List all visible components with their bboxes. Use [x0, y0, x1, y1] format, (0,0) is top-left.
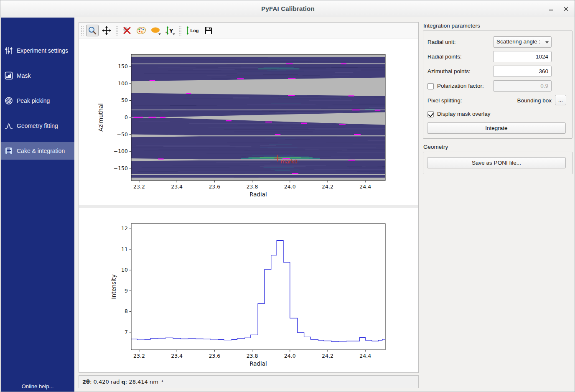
intensity-streak: [264, 156, 309, 156]
integration-plot-figure[interactable]: 23.223.423.623.824.024.224.4789101112Rad…: [79, 208, 418, 372]
clear-marker-button[interactable]: [121, 25, 133, 36]
svg-text:23.4: 23.4: [171, 353, 183, 359]
radial-points-label: Radial points:: [427, 53, 462, 60]
azimuthal-points-label: Azimuthal points:: [427, 68, 471, 74]
sidebar-item-experiment-settings[interactable]: Experiment settings: [1, 42, 74, 59]
cake-plot: 23.223.423.623.824.024.224.4150100500−50…: [79, 39, 418, 205]
intensity-streak: [271, 103, 301, 103]
integrate-button[interactable]: Integrate: [427, 122, 566, 134]
mask-overlay-checkbox[interactable]: [427, 111, 434, 117]
intensity-streak: [260, 157, 301, 158]
intensity-streak: [158, 67, 196, 67]
masked-pixel-dash: [349, 160, 355, 160]
cake-plot-figure[interactable]: 23.223.423.623.824.024.224.4150100500−50…: [79, 39, 418, 205]
svg-text:100: 100: [118, 80, 128, 87]
magnifier-icon: [88, 26, 97, 35]
mask-tool-button[interactable]: [149, 25, 162, 36]
svg-text:23.4: 23.4: [171, 183, 183, 190]
svg-text:150: 150: [118, 63, 128, 69]
azimuthal-points-input[interactable]: [493, 66, 552, 77]
save-snapshot-button[interactable]: [202, 25, 215, 36]
chevron-down-icon: [173, 33, 175, 35]
svg-text:24.4: 24.4: [359, 183, 371, 190]
pixel-splitting-more-button[interactable]: ...: [555, 95, 566, 105]
mask-overlay-label: Display mask overlay: [437, 111, 491, 117]
masked-pixel-dash: [292, 173, 298, 174]
chevron-down-icon: [158, 33, 161, 35]
intensity-streak: [264, 67, 294, 68]
svg-text:23.6: 23.6: [209, 183, 220, 190]
title-bar: PyFAI Calibration: [0, 0, 575, 17]
polarization-input[interactable]: [493, 80, 552, 92]
intensity-streak: [252, 155, 294, 155]
toolbar-grip: [80, 25, 84, 36]
plot-panel: a Y Log 23.223.423.62: [79, 22, 419, 373]
pan-mode-button[interactable]: [100, 25, 113, 36]
svg-text:10: 10: [121, 267, 128, 273]
close-button[interactable]: [559, 0, 573, 17]
svg-text:mark0: mark0: [280, 158, 297, 165]
integration-parameters-title: Integration parameters: [423, 23, 480, 29]
pixel-splitting-label: Pixel splitting:: [427, 97, 462, 104]
masked-pixel-dash: [341, 64, 347, 64]
polarization-label: Polarization factor:: [437, 83, 484, 89]
zoom-mode-button[interactable]: [86, 25, 99, 36]
mask-band: [131, 54, 385, 57]
masked-pixel-dash: [158, 158, 164, 159]
intensity-streak: [264, 167, 294, 168]
online-help-link[interactable]: Online help...: [1, 383, 74, 389]
y-axis-orientation-button[interactable]: a Y: [163, 25, 176, 36]
app-window: PyFAI Calibration Experiment settings Ma: [0, 0, 575, 392]
masked-pixel-dash: [288, 95, 295, 96]
masked-pixel-dash: [339, 124, 346, 125]
radial-points-input[interactable]: [493, 51, 552, 62]
radial-unit-select[interactable]: Scattering angle :: [493, 36, 552, 48]
svg-text:9: 9: [125, 288, 128, 294]
colormap-button[interactable]: [135, 25, 148, 36]
intensity-streak: [258, 69, 299, 69]
sliders-icon: [5, 46, 13, 55]
masked-pixel-dash: [237, 78, 244, 79]
svg-text:Y: Y: [169, 28, 173, 34]
svg-text:Azimuthal: Azimuthal: [97, 103, 104, 132]
intensity-streak: [269, 144, 292, 145]
masked-pixel-dash: [375, 109, 381, 110]
sidebar-item-geometry-fitting[interactable]: Geometry fitting: [1, 117, 74, 135]
minimize-icon: [549, 10, 553, 10]
cake-image: mark0: [131, 54, 418, 181]
svg-text:23.2: 23.2: [133, 183, 145, 190]
svg-text:8: 8: [125, 308, 128, 314]
sidebar-item-peak-picking[interactable]: Peak picking: [1, 92, 74, 109]
polarization-checkbox[interactable]: [427, 83, 434, 89]
plot-splitter-handle[interactable]: [79, 205, 418, 208]
svg-text:0: 0: [125, 114, 128, 120]
integration-curve: [131, 241, 385, 342]
palette-icon: [136, 26, 146, 35]
sidebar-item-label: Experiment settings: [17, 47, 68, 54]
masked-pixel-dash: [286, 64, 293, 64]
save-poni-button[interactable]: Save as PONI file...: [427, 157, 566, 168]
masked-pixel-dash: [226, 120, 232, 121]
masked-pixel-dash: [186, 93, 191, 94]
svg-text:a: a: [165, 31, 167, 33]
svg-text:−100: −100: [114, 148, 128, 154]
close-icon: [564, 7, 568, 11]
masked-pixel-dash: [148, 117, 156, 117]
sidebar-item-mask[interactable]: Mask: [1, 67, 74, 84]
svg-text:24.2: 24.2: [322, 353, 333, 359]
intensity-streak: [271, 169, 300, 169]
minimize-button[interactable]: [544, 0, 558, 17]
svg-text:23.8: 23.8: [247, 353, 258, 359]
sidebar-item-label: Mask: [17, 72, 31, 79]
svg-text:23.6: 23.6: [209, 353, 220, 359]
sidebar-item-cake-integration[interactable]: Cake & integration: [1, 142, 74, 160]
svg-text:−50: −50: [117, 131, 128, 137]
floppy-disk-icon: [204, 26, 213, 35]
status-bar: 2θ: 0.420 rad q: 28.414 nm⁻¹: [79, 375, 419, 388]
svg-text:24.2: 24.2: [322, 183, 333, 190]
svg-text:24.4: 24.4: [359, 353, 371, 359]
masked-pixel-dash: [288, 78, 295, 79]
svg-text:Intensity: Intensity: [110, 275, 117, 299]
cake-layers-icon: [5, 147, 13, 155]
log-scale-button[interactable]: Log: [184, 25, 201, 36]
